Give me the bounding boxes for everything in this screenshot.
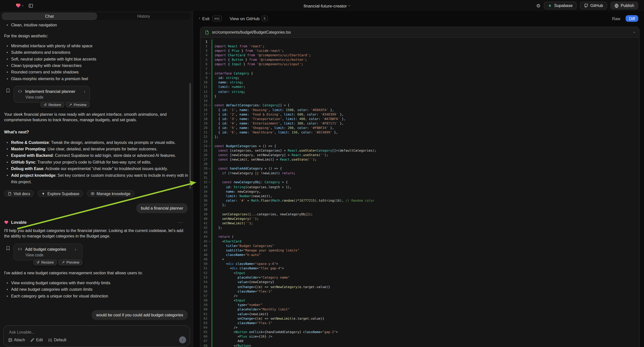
diff-added-bar bbox=[212, 307, 212, 312]
eye-icon bbox=[91, 192, 94, 196]
preview-button[interactable]: ↗ Preview bbox=[58, 260, 83, 265]
more-options-icon[interactable]: ··· bbox=[178, 220, 184, 224]
line-number: 49 bbox=[200, 257, 207, 262]
code-text: { id: '3', name: 'Transportation', limit… bbox=[212, 116, 346, 121]
chevron-down-icon: › bbox=[21, 5, 25, 6]
code-text: placeholder="Monthly limit" bbox=[212, 307, 290, 312]
code-line: 5import { Button } from '@/components/ui… bbox=[200, 58, 639, 62]
restore-button[interactable]: ↺ Restore bbox=[40, 102, 64, 108]
diff-added-bar bbox=[212, 257, 212, 262]
chat-input[interactable]: Ask Lovable... bbox=[4, 326, 190, 334]
edit-button[interactable]: Edit bbox=[30, 338, 43, 342]
tab-chat[interactable]: Chat bbox=[2, 13, 96, 20]
fold-gutter bbox=[207, 94, 211, 98]
code-line: 21 { id: '6', name: 'Healthcare', limit:… bbox=[200, 130, 639, 135]
code-line: 66 <Plus size={16} /> bbox=[200, 334, 639, 339]
publish-button[interactable]: Publish bbox=[610, 2, 638, 10]
diff-added-bar bbox=[212, 180, 212, 184]
diff-added-bar bbox=[212, 221, 212, 225]
restore-button[interactable]: ↺ Restore bbox=[33, 260, 57, 265]
chat-scrollbar[interactable] bbox=[190, 83, 191, 189]
fold-gutter bbox=[207, 58, 211, 62]
code-line: 60 placeholder="Monthly limit" bbox=[200, 307, 639, 312]
code-text: type="number" bbox=[212, 303, 263, 307]
code-line: 16 { id: '1', name: 'Housing', limit: 15… bbox=[200, 108, 639, 112]
diff-added-bar bbox=[212, 294, 212, 298]
visit-docs-button[interactable]: Visit docs bbox=[4, 190, 34, 197]
code-text: title="Budget Categories" bbox=[212, 244, 274, 248]
fold-gutter bbox=[207, 53, 211, 58]
arrow-up-icon: ↑ bbox=[182, 338, 184, 342]
code-text: subtitle="Manage your spending limits" bbox=[212, 248, 299, 253]
pencil-icon bbox=[30, 338, 34, 342]
supabase-icon bbox=[548, 4, 552, 8]
assistant-paragraph: Your sleek financial planner is now read… bbox=[4, 112, 189, 122]
bookmark-icon[interactable] bbox=[6, 88, 10, 93]
fold-toggle-icon[interactable]: › bbox=[207, 144, 211, 148]
code-text: return ( bbox=[212, 234, 234, 239]
edit-card-add-budget-categories[interactable]: Add budget categories › View code ↺ Rest… bbox=[14, 244, 82, 260]
chat-message-list[interactable]: Clean, intuitive navigation For the desi… bbox=[0, 20, 193, 324]
code-text: { id: '6', name: 'Healthcare', limit: 15… bbox=[212, 130, 338, 135]
topbar: › financial-future-creator › ⚙ Supabase bbox=[0, 0, 644, 11]
bookmark-icon[interactable] bbox=[6, 246, 10, 250]
line-number: 66 bbox=[200, 334, 207, 339]
code-line: 56 className="flex-1" bbox=[200, 289, 639, 294]
fold-toggle-icon[interactable]: › bbox=[207, 103, 211, 108]
edit-card-implement-financial-planner[interactable]: Implement financial planner › View code … bbox=[14, 86, 90, 103]
fold-gutter bbox=[207, 121, 211, 126]
code-text: limit: Number(newLimit), bbox=[212, 194, 272, 198]
line-number: 56 bbox=[200, 289, 207, 294]
count-badge: 6 bbox=[262, 16, 268, 21]
diff-added-bar bbox=[212, 157, 212, 162]
raw-toggle-button[interactable]: Raw bbox=[609, 16, 623, 22]
line-number: 28 bbox=[200, 162, 207, 166]
diff-added-bar bbox=[212, 62, 212, 67]
project-menu[interactable]: financial-future-creator › bbox=[304, 3, 350, 8]
exit-button[interactable]: › Exit bbox=[199, 16, 210, 21]
code-text bbox=[212, 67, 216, 71]
fold-toggle-icon[interactable]: › bbox=[207, 180, 211, 184]
diff-added-bar bbox=[212, 121, 212, 126]
list-item: Rounded corners and subtle shadows bbox=[4, 69, 189, 76]
code-line: 57 /> bbox=[200, 294, 639, 298]
explore-supabase-button[interactable]: Explore Supabase bbox=[38, 190, 83, 197]
fold-toggle-icon[interactable]: › bbox=[207, 239, 211, 244]
line-number: 5 bbox=[200, 58, 207, 62]
diff-toggle-button[interactable]: Diff bbox=[626, 15, 638, 22]
code-editor[interactable]: 1 2import React from 'react';3import { P… bbox=[200, 38, 639, 347]
fold-toggle-icon[interactable]: › bbox=[207, 166, 211, 171]
code-line: 68 </Button> bbox=[200, 344, 639, 347]
line-number: 26 bbox=[200, 153, 207, 157]
tab-history[interactable]: History bbox=[97, 13, 191, 20]
diff-added-bar bbox=[212, 239, 212, 244]
line-number: 8 bbox=[200, 71, 207, 76]
preview-button[interactable]: ↗ Preview bbox=[66, 102, 90, 108]
lovable-logo-menu[interactable]: › bbox=[16, 3, 24, 8]
fold-gutter bbox=[207, 339, 211, 343]
code-text: const defaultCategories: Category[] = [ bbox=[212, 103, 290, 108]
view-code-link[interactable]: View code bbox=[26, 253, 78, 257]
line-number: 31 bbox=[200, 176, 207, 180]
line-number: 4 bbox=[200, 53, 207, 58]
supabase-button[interactable]: Supabase bbox=[544, 2, 577, 10]
list-item: Minimalist interface with plenty of whit… bbox=[4, 43, 189, 49]
code-line: 17 { id: '2', name: 'Food & Dining', lim… bbox=[200, 112, 639, 116]
fold-gutter bbox=[207, 316, 211, 320]
diff-added-bar bbox=[212, 284, 212, 289]
mode-select[interactable]: Default bbox=[48, 338, 66, 342]
edit-card-row: Implement financial planner › View code … bbox=[4, 86, 189, 103]
github-button[interactable]: GitHub bbox=[580, 2, 607, 10]
view-code-link[interactable]: View code bbox=[26, 95, 85, 99]
file-header[interactable]: src/components/budget/BudgetCategories.t… bbox=[200, 27, 639, 38]
diff-added-bar bbox=[212, 316, 212, 320]
manage-knowledge-button[interactable]: Manage knowledge bbox=[87, 190, 134, 197]
line-number: 21 bbox=[200, 130, 207, 135]
view-on-github-button[interactable]: View on GitHub 6 bbox=[230, 16, 268, 21]
settings-button[interactable]: ⚙ bbox=[536, 3, 541, 8]
toggle-sidebar-button[interactable] bbox=[28, 3, 33, 8]
attach-button[interactable]: Attach bbox=[8, 338, 25, 342]
send-button[interactable]: ↑ bbox=[179, 336, 186, 343]
code-line: 51 <div className="flex gap-4"> bbox=[200, 266, 639, 271]
fold-toggle-icon[interactable]: › bbox=[207, 71, 211, 76]
